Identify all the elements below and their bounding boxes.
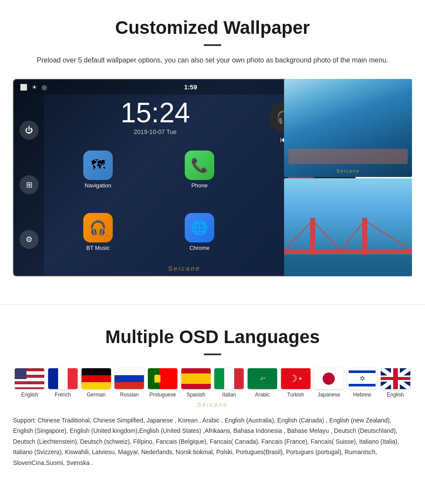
flag-item-french: French: [46, 368, 80, 398]
wallpaper-thumb-ice[interactable]: Seicane: [284, 79, 412, 177]
flag-label-arabic: Arabic: [255, 392, 270, 398]
flag-item-arabic: 🌙⚔ Arabic: [246, 368, 279, 398]
flag-item-german: German: [79, 368, 113, 398]
flag-italy: [214, 368, 244, 389]
wallpaper-description: Preload over 5 default wallpaper options…: [13, 55, 412, 66]
svg-line-6: [340, 221, 365, 251]
svg-line-7: [365, 221, 412, 251]
support-languages-text: Support: Chinese Traditional, Chinese Si…: [13, 415, 412, 468]
status-left: ⬜ ☀ ◎: [20, 84, 47, 91]
flag-label-english: English: [21, 392, 38, 398]
flags-watermark: Seicane: [13, 401, 412, 408]
btmusic-icon: 🎧: [83, 213, 113, 242]
wallpaper-thumbnails: Seicane: [284, 79, 412, 276]
app-navigation[interactable]: 🗺 Navigation: [50, 151, 146, 207]
navigation-label: Navigation: [85, 182, 111, 189]
power-button[interactable]: ⏻: [20, 121, 39, 140]
phone-icon: 📞: [185, 151, 214, 180]
app-btmusic[interactable]: 🎧 BT Music: [50, 213, 146, 269]
wallpaper-title: Customized Wallpaper: [13, 17, 412, 38]
brightness-icon: ☀: [32, 84, 37, 91]
chrome-label: Chrome: [190, 245, 209, 251]
status-time: 1:59: [184, 83, 197, 91]
languages-title: Multiple OSD Languages: [13, 327, 412, 347]
svg-rect-2: [310, 218, 315, 255]
flags-row: English French German: [13, 368, 412, 398]
wallpaper-thumb-bridge[interactable]: [284, 178, 412, 276]
flag-france: [48, 368, 78, 389]
grid-button[interactable]: ⊞: [20, 175, 39, 194]
flag-item-russian: Russian: [113, 368, 146, 398]
svg-line-5: [313, 221, 340, 251]
flag-item-italian: Italian: [212, 368, 246, 398]
location-icon: ◎: [42, 84, 47, 91]
clock-left: 15:24 2019-10-07 Tue: [50, 99, 260, 135]
flag-spain: [181, 368, 211, 389]
languages-divider: [204, 353, 221, 355]
flag-turkey: ☽ ★: [281, 368, 311, 389]
flag-item-spanish: Spanish: [179, 368, 212, 398]
chrome-icon: 🌐: [185, 213, 214, 242]
flag-usa: [15, 368, 44, 389]
flag-item-english-uk: English: [379, 368, 412, 398]
flag-label-french: French: [55, 392, 71, 398]
flag-saudi: 🌙⚔: [248, 368, 277, 389]
svg-rect-1: [284, 250, 412, 254]
home-icon: ⬜: [20, 84, 27, 91]
screen-sidebar: ⏻ ⊞ ⚙: [14, 95, 44, 275]
phone-label: Phone: [191, 182, 208, 189]
flag-portugal: [148, 368, 177, 389]
flag-label-turkish: Turkish: [287, 392, 304, 398]
clock-time: 15:24: [50, 99, 260, 127]
flag-japan: [314, 368, 343, 389]
flag-russia: [114, 368, 144, 389]
flag-label-protuguese: Protuguese: [149, 392, 176, 398]
flag-label-russian: Russian: [120, 392, 139, 398]
flag-label-japanese: Japanese: [317, 392, 340, 398]
flag-israel: ✡: [347, 368, 377, 389]
flag-label-german: German: [87, 392, 105, 398]
title-divider: [204, 44, 221, 46]
screen-mockup-container: ⬜ ☀ ◎ 1:59 ▭ ↩ ⏻ ⊞ ⚙: [13, 79, 412, 278]
flag-germany: [82, 368, 111, 389]
flag-label-italian: Italian: [222, 392, 236, 398]
flag-item-hebrew: ✡ Hebrew: [346, 368, 379, 398]
flag-label-hebrew: Hebrew: [353, 392, 371, 398]
settings-button[interactable]: ⚙: [20, 230, 39, 249]
flag-uk: [381, 368, 410, 389]
languages-section: Multiple OSD Languages English French: [0, 318, 425, 481]
btmusic-label: BT Music: [86, 245, 110, 251]
flag-item-japanese: Japanese: [312, 368, 346, 398]
flag-label-english-uk: English: [387, 392, 404, 398]
page-divider: [0, 304, 425, 305]
clock-date: 2019-10-07 Tue: [50, 128, 260, 135]
svg-line-4: [284, 221, 313, 251]
flag-item-turkish: ☽ ★ Turkish: [279, 368, 312, 398]
flag-label-spanish: Spanish: [186, 392, 205, 398]
flag-item-protuguese: Protuguese: [146, 368, 180, 398]
wallpaper-section: Customized Wallpaper Preload over 5 defa…: [0, 0, 425, 291]
svg-rect-0: [284, 255, 412, 276]
flag-item-english-usa: English: [13, 368, 46, 398]
app-phone[interactable]: 📞 Phone: [152, 151, 247, 207]
app-chrome[interactable]: 🌐 Chrome: [152, 213, 247, 269]
navigation-icon: 🗺: [83, 151, 113, 180]
